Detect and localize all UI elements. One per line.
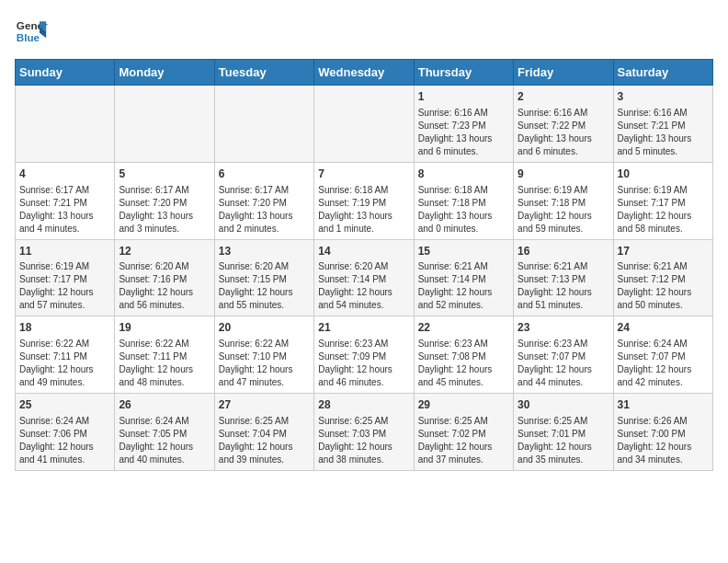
day-info: Sunrise: 6:25 AMSunset: 7:03 PMDaylight:… (318, 415, 409, 466)
header-cell-sunday: Sunday (16, 60, 115, 86)
calendar-cell: 31Sunrise: 6:26 AMSunset: 7:00 PMDayligh… (613, 394, 712, 471)
calendar-cell: 22Sunrise: 6:23 AMSunset: 7:08 PMDayligh… (414, 316, 513, 394)
day-number: 14 (318, 244, 409, 259)
calendar-cell: 21Sunrise: 6:23 AMSunset: 7:09 PMDayligh… (314, 316, 414, 394)
day-info: Sunrise: 6:24 AMSunset: 7:06 PMDaylight:… (19, 415, 110, 466)
day-info: Sunrise: 6:25 AMSunset: 7:04 PMDaylight:… (219, 415, 310, 466)
header-cell-friday: Friday (514, 60, 613, 86)
day-number: 7 (318, 167, 409, 182)
week-row-3: 11Sunrise: 6:19 AMSunset: 7:17 PMDayligh… (16, 239, 713, 316)
svg-text:Blue: Blue (17, 31, 40, 43)
calendar-cell: 6Sunrise: 6:17 AMSunset: 7:20 PMDaylight… (214, 162, 313, 239)
day-number: 16 (518, 244, 609, 259)
day-info: Sunrise: 6:18 AMSunset: 7:18 PMDaylight:… (418, 184, 509, 236)
day-number: 22 (418, 320, 509, 336)
header-cell-monday: Monday (115, 60, 214, 86)
calendar-cell: 11Sunrise: 6:19 AMSunset: 7:17 PMDayligh… (16, 239, 115, 316)
calendar-cell: 18Sunrise: 6:22 AMSunset: 7:11 PMDayligh… (16, 316, 115, 394)
day-info: Sunrise: 6:17 AMSunset: 7:20 PMDaylight:… (119, 184, 210, 236)
header-cell-wednesday: Wednesday (314, 60, 414, 86)
calendar-cell: 24Sunrise: 6:24 AMSunset: 7:07 PMDayligh… (613, 316, 712, 394)
day-info: Sunrise: 6:26 AMSunset: 7:00 PMDaylight:… (618, 415, 709, 466)
calendar-cell: 16Sunrise: 6:21 AMSunset: 7:13 PMDayligh… (514, 239, 613, 316)
day-info: Sunrise: 6:23 AMSunset: 7:08 PMDaylight:… (418, 338, 509, 389)
header-cell-tuesday: Tuesday (214, 60, 313, 86)
calendar-cell: 9Sunrise: 6:19 AMSunset: 7:18 PMDaylight… (514, 162, 613, 239)
day-number: 19 (119, 320, 210, 336)
calendar-cell: 2Sunrise: 6:16 AMSunset: 7:22 PMDaylight… (514, 86, 613, 163)
calendar-cell: 7Sunrise: 6:18 AMSunset: 7:19 PMDaylight… (314, 162, 414, 239)
calendar-cell: 5Sunrise: 6:17 AMSunset: 7:20 PMDaylight… (115, 162, 214, 239)
day-info: Sunrise: 6:25 AMSunset: 7:02 PMDaylight:… (418, 415, 509, 466)
day-info: Sunrise: 6:21 AMSunset: 7:12 PMDaylight:… (618, 260, 709, 312)
day-info: Sunrise: 6:17 AMSunset: 7:20 PMDaylight:… (219, 184, 310, 236)
day-number: 9 (518, 167, 609, 182)
header-cell-thursday: Thursday (414, 60, 513, 86)
day-number: 10 (618, 167, 709, 182)
day-info: Sunrise: 6:17 AMSunset: 7:21 PMDaylight:… (19, 184, 110, 236)
day-info: Sunrise: 6:20 AMSunset: 7:14 PMDaylight:… (318, 260, 409, 312)
header-cell-saturday: Saturday (613, 60, 712, 86)
calendar-cell: 4Sunrise: 6:17 AMSunset: 7:21 PMDaylight… (16, 162, 115, 239)
day-info: Sunrise: 6:16 AMSunset: 7:23 PMDaylight:… (418, 107, 509, 158)
logo: General Blue (15, 15, 48, 48)
calendar-cell: 1Sunrise: 6:16 AMSunset: 7:23 PMDaylight… (414, 86, 513, 163)
logo-icon: General Blue (15, 15, 48, 48)
calendar-cell: 13Sunrise: 6:20 AMSunset: 7:15 PMDayligh… (214, 239, 313, 316)
day-info: Sunrise: 6:16 AMSunset: 7:21 PMDaylight:… (618, 107, 709, 158)
day-info: Sunrise: 6:19 AMSunset: 7:17 PMDaylight:… (19, 260, 110, 312)
day-number: 8 (418, 167, 509, 182)
calendar-header: SundayMondayTuesdayWednesdayThursdayFrid… (16, 60, 713, 86)
day-number: 11 (19, 244, 110, 259)
day-number: 13 (219, 244, 310, 259)
week-row-4: 18Sunrise: 6:22 AMSunset: 7:11 PMDayligh… (16, 316, 713, 394)
day-number: 29 (418, 397, 509, 413)
day-info: Sunrise: 6:22 AMSunset: 7:11 PMDaylight:… (19, 338, 110, 389)
day-info: Sunrise: 6:21 AMSunset: 7:13 PMDaylight:… (518, 260, 609, 312)
header-row: SundayMondayTuesdayWednesdayThursdayFrid… (16, 60, 713, 86)
day-info: Sunrise: 6:20 AMSunset: 7:15 PMDaylight:… (219, 260, 310, 312)
day-info: Sunrise: 6:24 AMSunset: 7:07 PMDaylight:… (618, 338, 709, 389)
calendar-cell: 10Sunrise: 6:19 AMSunset: 7:17 PMDayligh… (613, 162, 712, 239)
calendar-table: SundayMondayTuesdayWednesdayThursdayFrid… (15, 59, 713, 471)
day-info: Sunrise: 6:24 AMSunset: 7:05 PMDaylight:… (119, 415, 210, 466)
day-number: 18 (19, 320, 110, 336)
week-row-2: 4Sunrise: 6:17 AMSunset: 7:21 PMDaylight… (16, 162, 713, 239)
calendar-cell: 17Sunrise: 6:21 AMSunset: 7:12 PMDayligh… (613, 239, 712, 316)
calendar-cell: 19Sunrise: 6:22 AMSunset: 7:11 PMDayligh… (115, 316, 214, 394)
day-number: 1 (418, 89, 509, 105)
day-info: Sunrise: 6:23 AMSunset: 7:09 PMDaylight:… (318, 338, 409, 389)
calendar-cell: 8Sunrise: 6:18 AMSunset: 7:18 PMDaylight… (414, 162, 513, 239)
day-number: 15 (418, 244, 509, 259)
calendar-cell: 30Sunrise: 6:25 AMSunset: 7:01 PMDayligh… (514, 394, 613, 471)
calendar-cell: 3Sunrise: 6:16 AMSunset: 7:21 PMDaylight… (613, 86, 712, 163)
week-row-1: 1Sunrise: 6:16 AMSunset: 7:23 PMDaylight… (16, 86, 713, 163)
day-info: Sunrise: 6:22 AMSunset: 7:11 PMDaylight:… (119, 338, 210, 389)
day-number: 30 (518, 397, 609, 413)
calendar-cell: 15Sunrise: 6:21 AMSunset: 7:14 PMDayligh… (414, 239, 513, 316)
day-info: Sunrise: 6:20 AMSunset: 7:16 PMDaylight:… (119, 260, 210, 312)
day-number: 3 (618, 89, 709, 105)
calendar-cell: 28Sunrise: 6:25 AMSunset: 7:03 PMDayligh… (314, 394, 414, 471)
calendar-cell (115, 86, 214, 163)
calendar-cell: 14Sunrise: 6:20 AMSunset: 7:14 PMDayligh… (314, 239, 414, 316)
calendar-cell (214, 86, 313, 163)
day-number: 23 (518, 320, 609, 336)
calendar-cell: 12Sunrise: 6:20 AMSunset: 7:16 PMDayligh… (115, 239, 214, 316)
calendar-cell: 23Sunrise: 6:23 AMSunset: 7:07 PMDayligh… (514, 316, 613, 394)
day-info: Sunrise: 6:21 AMSunset: 7:14 PMDaylight:… (418, 260, 509, 312)
day-number: 4 (19, 167, 110, 182)
day-number: 2 (518, 89, 609, 105)
day-number: 12 (119, 244, 210, 259)
day-number: 24 (618, 320, 709, 336)
calendar-cell (314, 86, 414, 163)
day-number: 31 (618, 397, 709, 413)
calendar-cell (16, 86, 115, 163)
calendar-cell: 20Sunrise: 6:22 AMSunset: 7:10 PMDayligh… (214, 316, 313, 394)
week-row-5: 25Sunrise: 6:24 AMSunset: 7:06 PMDayligh… (16, 394, 713, 471)
calendar-cell: 27Sunrise: 6:25 AMSunset: 7:04 PMDayligh… (214, 394, 313, 471)
page-header: General Blue (15, 15, 713, 48)
day-info: Sunrise: 6:22 AMSunset: 7:10 PMDaylight:… (219, 338, 310, 389)
day-info: Sunrise: 6:25 AMSunset: 7:01 PMDaylight:… (518, 415, 609, 466)
day-info: Sunrise: 6:18 AMSunset: 7:19 PMDaylight:… (318, 184, 409, 236)
